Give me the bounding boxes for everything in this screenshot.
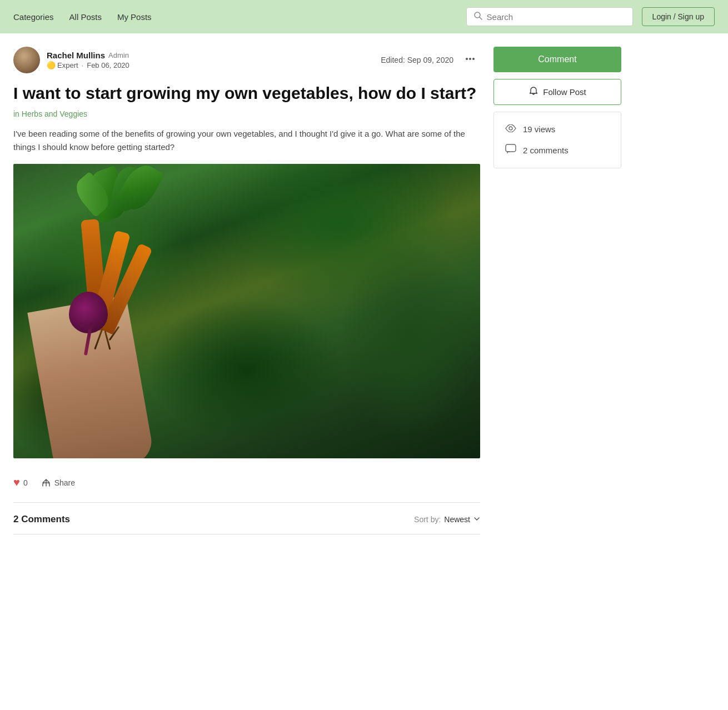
author-right: Edited: Sep 09, 2020 bbox=[381, 51, 480, 69]
avatar bbox=[13, 47, 40, 73]
dot-separator: · bbox=[82, 61, 84, 69]
author-role-badge: Admin bbox=[108, 51, 129, 59]
svg-line-1 bbox=[480, 17, 482, 19]
avatar-image bbox=[13, 47, 40, 73]
divider bbox=[13, 502, 480, 503]
nav-categories[interactable]: Categories bbox=[13, 12, 54, 22]
main-nav: Categories All Posts My Posts Login / Si… bbox=[0, 0, 728, 33]
edited-text: Edited: Sep 09, 2020 bbox=[381, 56, 453, 64]
article-area: Rachel Mullins Admin 🟡 Expert · Feb 06, … bbox=[13, 47, 480, 534]
share-icon bbox=[41, 478, 51, 488]
heart-icon: ♥ bbox=[13, 476, 20, 489]
post-date: Feb 06, 2020 bbox=[87, 61, 129, 69]
post-category[interactable]: in Herbs and Veggies bbox=[13, 109, 480, 118]
search-box[interactable] bbox=[466, 7, 633, 26]
search-input[interactable] bbox=[487, 12, 626, 22]
nav-links: Categories All Posts My Posts bbox=[13, 12, 466, 22]
veggie-scene bbox=[13, 164, 480, 458]
edited-label: Edited: bbox=[381, 56, 405, 64]
comments-count-label: 2 Comments bbox=[13, 514, 70, 525]
nav-my-posts[interactable]: My Posts bbox=[117, 12, 152, 22]
post-excerpt: I've been reading some of the benefits o… bbox=[13, 127, 480, 154]
actions-bar: ♥ 0 Share bbox=[13, 474, 480, 491]
post-image bbox=[13, 164, 480, 458]
svg-point-4 bbox=[472, 58, 475, 60]
more-options-button[interactable] bbox=[460, 51, 480, 69]
follow-post-label: Follow Post bbox=[543, 87, 586, 97]
expert-icon: 🟡 bbox=[47, 61, 56, 69]
author-meta: 🟡 Expert · Feb 06, 2020 bbox=[47, 61, 129, 69]
comment-button[interactable]: Comment bbox=[493, 47, 621, 72]
edited-date: Sep 09, 2020 bbox=[407, 56, 453, 64]
main-container: Rachel Mullins Admin 🟡 Expert · Feb 06, … bbox=[0, 33, 728, 534]
nav-all-posts[interactable]: All Posts bbox=[69, 12, 102, 22]
share-button[interactable]: Share bbox=[37, 476, 79, 490]
svg-point-3 bbox=[469, 58, 471, 60]
author-row: Rachel Mullins Admin 🟡 Expert · Feb 06, … bbox=[13, 47, 480, 73]
author-name: Rachel Mullins bbox=[47, 51, 105, 60]
comment-icon bbox=[505, 144, 516, 157]
greens-top bbox=[58, 164, 169, 231]
views-count: 19 views bbox=[523, 124, 555, 134]
author-left: Rachel Mullins Admin 🟡 Expert · Feb 06, … bbox=[13, 47, 129, 73]
sort-label: Sort by: bbox=[414, 515, 441, 524]
author-name-row: Rachel Mullins Admin bbox=[47, 51, 129, 60]
svg-point-2 bbox=[466, 58, 468, 60]
views-stat-row: 19 views bbox=[505, 123, 610, 135]
expert-badge: 🟡 Expert bbox=[47, 61, 78, 69]
comments-header: 2 Comments Sort by: Newest bbox=[13, 514, 480, 534]
stats-box: 19 views 2 comments bbox=[493, 112, 621, 168]
post-title: I want to start growing my own vegetable… bbox=[13, 82, 480, 104]
chevron-down-icon bbox=[473, 516, 480, 524]
like-count: 0 bbox=[23, 478, 28, 487]
sort-value: Newest bbox=[444, 515, 470, 524]
like-button[interactable]: ♥ 0 bbox=[13, 474, 28, 491]
search-icon bbox=[473, 11, 482, 22]
comments-count: 2 comments bbox=[523, 146, 569, 155]
eye-icon bbox=[505, 123, 516, 135]
author-info: Rachel Mullins Admin 🟡 Expert · Feb 06, … bbox=[47, 51, 129, 69]
sort-row[interactable]: Sort by: Newest bbox=[414, 515, 480, 524]
bell-icon bbox=[528, 86, 538, 98]
share-label: Share bbox=[54, 478, 75, 487]
svg-rect-6 bbox=[506, 144, 516, 152]
login-button[interactable]: Login / Sign up bbox=[642, 7, 715, 26]
svg-point-5 bbox=[509, 127, 512, 130]
comments-stat-row: 2 comments bbox=[505, 144, 610, 157]
sidebar: Comment Follow Post 19 views bbox=[493, 47, 621, 534]
expert-label: Expert bbox=[57, 61, 78, 69]
follow-post-button[interactable]: Follow Post bbox=[493, 79, 621, 105]
